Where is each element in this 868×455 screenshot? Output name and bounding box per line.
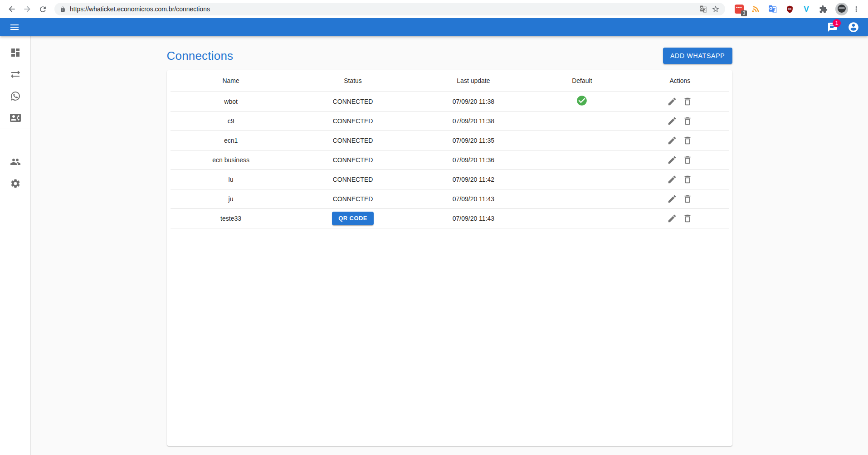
delete-connection-button[interactable] — [681, 134, 694, 147]
browser-toolbar: https://whaticket.economicros.com.br/con… — [0, 0, 868, 18]
cell-last-update: 07/09/20 11:43 — [414, 208, 532, 228]
cell-actions — [631, 169, 728, 189]
delete-connection-button[interactable] — [681, 212, 694, 225]
cell-name: lu — [171, 169, 292, 189]
trash-icon — [683, 194, 692, 204]
browser-back-button[interactable] — [5, 2, 19, 16]
col-header-name: Name — [171, 70, 292, 92]
cell-name: ecn1 — [171, 131, 292, 150]
cell-last-update: 07/09/20 11:35 — [414, 131, 532, 150]
extensions-puzzle-icon[interactable] — [818, 4, 828, 14]
sidebar-item-users[interactable] — [0, 151, 30, 173]
browser-forward-button[interactable] — [20, 2, 34, 16]
delete-connection-button[interactable] — [681, 153, 694, 167]
cell-last-update: 07/09/20 11:36 — [414, 150, 532, 169]
trash-icon — [683, 136, 692, 145]
delete-connection-button[interactable] — [681, 192, 694, 206]
cell-default — [532, 92, 631, 111]
messages-button[interactable]: 1 — [824, 18, 842, 36]
delete-connection-button[interactable] — [681, 173, 694, 186]
add-whatsapp-button[interactable]: ADD WHATSAPP — [663, 48, 732, 64]
whatsapp-icon — [10, 91, 21, 102]
sidebar-item-tickets[interactable] — [0, 63, 30, 85]
translate-page-icon[interactable] — [699, 5, 707, 13]
status-text: CONNECTED — [333, 176, 373, 183]
cell-default — [532, 189, 631, 208]
vimeo-extension-icon[interactable]: V — [801, 4, 811, 14]
hamburger-icon — [9, 22, 20, 33]
cell-name: ecn business — [171, 150, 292, 169]
cards-extension-icon[interactable]: ••• 3 — [734, 4, 744, 14]
status-text: CONNECTED — [333, 98, 373, 105]
qr-code-button[interactable]: QR CODE — [332, 212, 373, 225]
trash-icon — [683, 97, 692, 106]
connections-card: Name Status Last update Default Actions … — [167, 70, 732, 446]
rss-extension-icon[interactable] — [751, 4, 761, 14]
cell-status: CONNECTED — [292, 189, 414, 208]
translate-extension-icon[interactable] — [768, 4, 778, 14]
edit-connection-button[interactable] — [665, 153, 679, 167]
account-circle-icon — [848, 21, 859, 33]
cell-default — [532, 169, 631, 189]
edit-connection-button[interactable] — [665, 173, 679, 186]
settings-icon — [10, 178, 21, 189]
table-row: ecn business CONNECTED 07/09/20 11:36 — [171, 150, 729, 169]
sidebar-item-dashboard[interactable] — [0, 42, 30, 63]
cell-actions — [631, 131, 728, 150]
col-header-actions: Actions — [631, 70, 728, 92]
ublock-extension-icon[interactable]: U0 — [785, 4, 795, 14]
status-text: CONNECTED — [333, 117, 373, 125]
browser-profile-avatar[interactable] — [835, 3, 848, 15]
cell-status: CONNECTED — [292, 150, 414, 169]
delete-connection-button[interactable] — [681, 114, 694, 128]
menu-hamburger-button[interactable] — [5, 18, 24, 36]
cell-status: CONNECTED — [292, 131, 414, 150]
sync-alt-icon — [10, 69, 21, 80]
edit-connection-button[interactable] — [665, 95, 679, 108]
trash-icon — [683, 155, 692, 165]
edit-connection-button[interactable] — [665, 114, 679, 128]
back-arrow-icon — [7, 5, 16, 14]
account-button[interactable] — [844, 18, 863, 36]
lock-icon — [60, 6, 66, 12]
cell-actions — [631, 208, 728, 228]
sidebar-item-settings[interactable] — [0, 173, 30, 194]
connections-table: Name Status Last update Default Actions … — [171, 70, 729, 228]
table-header: Name Status Last update Default Actions — [171, 70, 729, 92]
table-row: ecn1 CONNECTED 07/09/20 11:35 — [171, 131, 729, 150]
bookmark-star-icon[interactable] — [712, 5, 720, 13]
status-text: CONNECTED — [333, 156, 373, 164]
browser-menu-icon[interactable] — [849, 2, 863, 16]
cell-name: c9 — [171, 111, 292, 131]
status-text: CONNECTED — [333, 137, 373, 144]
page-title: Connections — [167, 49, 234, 63]
cell-status: CONNECTED — [292, 169, 414, 189]
svg-text:U0: U0 — [788, 7, 791, 10]
browser-reload-button[interactable] — [35, 2, 50, 16]
delete-connection-button[interactable] — [681, 95, 694, 108]
cell-status: CONNECTED — [292, 92, 414, 111]
cell-name: teste33 — [171, 208, 292, 228]
contact-phone-icon — [10, 112, 21, 123]
table-row: ju CONNECTED 07/09/20 11:43 — [171, 189, 729, 208]
address-bar[interactable]: https://whaticket.economicros.com.br/con… — [54, 3, 725, 15]
url-text[interactable]: https://whaticket.economicros.com.br/con… — [70, 5, 695, 13]
extension-badge: 3 — [741, 10, 747, 16]
edit-pencil-icon — [667, 174, 677, 184]
edit-pencil-icon — [667, 213, 677, 223]
edit-connection-button[interactable] — [665, 212, 679, 225]
sidebar-item-connections[interactable] — [0, 85, 30, 107]
col-header-default: Default — [532, 70, 631, 92]
edit-pencil-icon — [667, 136, 677, 145]
table-row: c9 CONNECTED 07/09/20 11:38 — [171, 111, 729, 131]
people-icon — [10, 156, 21, 167]
col-header-status: Status — [292, 70, 414, 92]
edit-connection-button[interactable] — [665, 134, 679, 147]
sidebar-item-contacts[interactable] — [0, 107, 30, 129]
trash-icon — [683, 116, 692, 126]
cell-actions — [631, 189, 728, 208]
dashboard-icon — [10, 47, 21, 58]
notification-badge: 1 — [833, 19, 841, 27]
cell-last-update: 07/09/20 11:42 — [414, 169, 532, 189]
edit-connection-button[interactable] — [665, 192, 679, 206]
